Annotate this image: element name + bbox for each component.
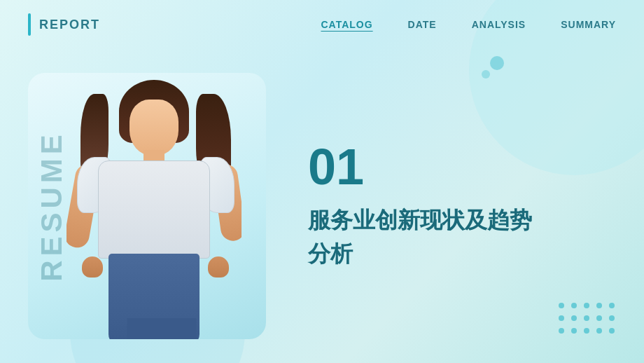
person-figure <box>66 80 241 339</box>
dot-13 <box>584 328 589 334</box>
dots-decoration <box>559 303 616 335</box>
report-bar-icon <box>28 13 31 36</box>
main-content: RESUME <box>0 49 644 363</box>
dot-15 <box>609 328 615 334</box>
dot-3 <box>584 303 589 308</box>
dot-5 <box>609 303 615 308</box>
resume-text: RESUME <box>35 130 69 282</box>
dot-6 <box>559 315 564 321</box>
section-title: 服务业创新现状及趋势 分析 <box>308 203 616 270</box>
dot-7 <box>571 315 577 321</box>
dot-2 <box>571 303 577 308</box>
right-content: 01 服务业创新现状及趋势 分析 <box>266 142 616 270</box>
hand-right <box>208 256 229 278</box>
dot-1 <box>559 303 564 308</box>
deco-circle-small <box>482 70 490 78</box>
deco-circle-large <box>490 56 504 70</box>
shirt <box>98 160 210 259</box>
main-navigation: CATALOG DATE ANALYSIS SUMMARY <box>321 19 616 30</box>
nav-catalog[interactable]: CATALOG <box>321 19 372 30</box>
section-number: 01 <box>308 142 616 192</box>
jeans-right-leg <box>158 318 197 339</box>
person-body <box>66 80 241 339</box>
dot-4 <box>596 303 602 308</box>
nav-summary[interactable]: SUMMARY <box>561 19 616 30</box>
title-line2: 分析 <box>308 241 353 266</box>
title-line1: 服务业创新现状及趋势 <box>308 207 532 233</box>
dot-9 <box>596 315 602 321</box>
nav-date[interactable]: DATE <box>408 19 437 30</box>
left-card: RESUME <box>28 73 266 339</box>
report-label: REPORT <box>39 18 100 32</box>
dot-14 <box>596 328 602 334</box>
nav-analysis[interactable]: ANALYSIS <box>472 19 526 30</box>
report-section: REPORT <box>28 13 100 36</box>
dot-8 <box>584 315 589 321</box>
dot-11 <box>559 328 564 334</box>
hand-left <box>82 256 103 278</box>
face <box>130 100 178 156</box>
header: REPORT CATALOG DATE ANALYSIS SUMMARY <box>0 0 644 49</box>
dot-12 <box>571 328 577 334</box>
dot-10 <box>609 315 615 321</box>
